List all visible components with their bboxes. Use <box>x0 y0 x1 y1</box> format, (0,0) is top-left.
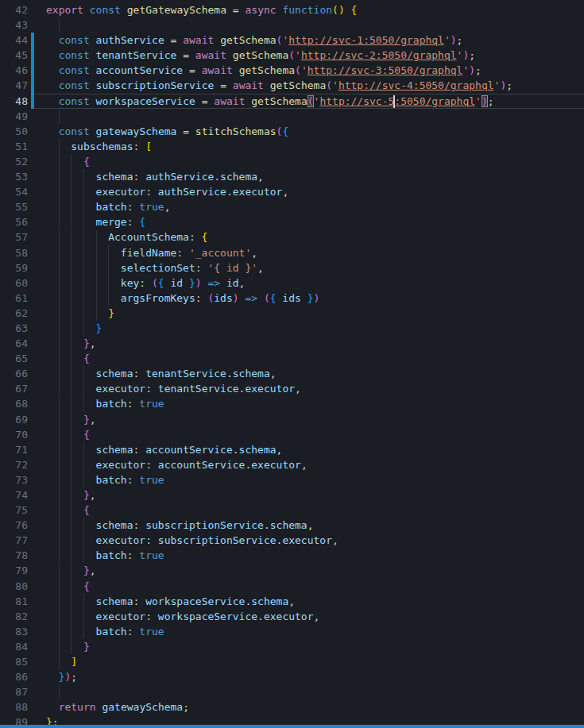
line-number[interactable]: 61 <box>0 291 28 306</box>
line-number[interactable]: 59 <box>0 260 28 275</box>
line-number[interactable]: 69 <box>0 412 28 427</box>
code-line[interactable]: 87 <box>0 684 584 699</box>
code-line[interactable]: 61argsFromKeys: (ids) => ({ ids }) <box>0 291 584 306</box>
code-line[interactable]: 48const workspaceService = await getSche… <box>0 94 584 109</box>
line-number[interactable]: 88 <box>0 699 28 715</box>
code-line[interactable]: 54executor: authService.executor, <box>0 184 584 199</box>
code-token: stitchSchemas <box>195 125 277 137</box>
line-number[interactable]: 63 <box>0 321 28 336</box>
line-number[interactable]: 51 <box>0 139 28 154</box>
line-number[interactable]: 81 <box>0 594 28 609</box>
line-number[interactable]: 55 <box>0 199 28 214</box>
code-token: AccountSchema <box>108 231 189 243</box>
line-number[interactable]: 44 <box>0 33 28 48</box>
line-number[interactable]: 57 <box>0 229 28 245</box>
code-line[interactable]: 79}, <box>0 563 584 578</box>
code-line[interactable]: 47const subscriptionService = await getS… <box>0 78 584 93</box>
code-line[interactable]: 42export const getGatewaySchema = async … <box>0 2 584 17</box>
line-number[interactable]: 65 <box>0 351 28 366</box>
code-line[interactable]: 59selectionSet: '{ id }', <box>0 260 584 275</box>
code-editor[interactable]: 42export const getGatewaySchema = async … <box>0 0 584 728</box>
line-number[interactable]: 85 <box>0 654 28 669</box>
code-line[interactable]: 58fieldName: '_account', <box>0 245 584 260</box>
code-line[interactable]: 60key: ({ id }) => id, <box>0 275 584 291</box>
code-line[interactable]: 44const authService = await getSchema('h… <box>0 33 584 48</box>
code-line[interactable]: 78batch: true <box>0 548 584 563</box>
code-line[interactable]: 55batch: true, <box>0 199 584 214</box>
line-number[interactable]: 74 <box>0 487 28 503</box>
line-number[interactable]: 49 <box>0 109 28 124</box>
code-line[interactable]: 88return gatewaySchema; <box>0 699 584 715</box>
code-line[interactable]: 66schema: tenantService.schema, <box>0 366 584 381</box>
line-number[interactable]: 42 <box>0 2 28 17</box>
line-number[interactable]: 52 <box>0 154 28 169</box>
code-line[interactable]: 67executor: tenantService.executor, <box>0 381 584 396</box>
code-line[interactable]: 71schema: accountService.schema, <box>0 442 584 457</box>
code-line[interactable]: 77executor: subscriptionService.executor… <box>0 533 584 548</box>
line-number[interactable]: 66 <box>0 366 28 381</box>
line-number[interactable]: 80 <box>0 579 28 594</box>
code-line[interactable]: 76schema: subscriptionService.schema, <box>0 518 584 533</box>
code-token: { <box>83 156 90 168</box>
line-number[interactable]: 75 <box>0 503 28 518</box>
line-number[interactable]: 79 <box>0 563 28 578</box>
code-line[interactable]: 69}, <box>0 412 584 427</box>
line-number[interactable]: 45 <box>0 48 28 63</box>
code-line[interactable]: 62} <box>0 306 584 321</box>
code-line[interactable]: 83batch: true <box>0 624 584 639</box>
indent-guide <box>71 184 83 199</box>
line-number[interactable]: 82 <box>0 609 28 624</box>
line-number[interactable]: 56 <box>0 214 28 229</box>
code-line[interactable]: 64}, <box>0 336 584 351</box>
code-line[interactable]: 46const accountService = await getSchema… <box>0 63 584 78</box>
line-number[interactable]: 64 <box>0 336 28 351</box>
code-line[interactable]: 51subschemas: [ <box>0 139 584 154</box>
line-number[interactable]: 67 <box>0 381 28 396</box>
line-number[interactable]: 87 <box>0 684 28 699</box>
line-number[interactable]: 50 <box>0 124 28 139</box>
line-number[interactable]: 76 <box>0 518 28 533</box>
line-number[interactable]: 53 <box>0 169 28 184</box>
line-number[interactable]: 71 <box>0 442 28 457</box>
line-number[interactable]: 77 <box>0 533 28 548</box>
line-number[interactable]: 84 <box>0 639 28 654</box>
line-number[interactable]: 70 <box>0 427 28 442</box>
code-line[interactable]: 63} <box>0 321 584 336</box>
line-number[interactable]: 62 <box>0 306 28 321</box>
code-line[interactable]: 70{ <box>0 427 584 442</box>
code-line[interactable]: 45const tenantService = await getSchema(… <box>0 48 584 63</box>
code-line[interactable]: 53schema: authService.schema, <box>0 169 584 184</box>
line-number[interactable]: 48 <box>0 94 28 109</box>
code-line[interactable]: 75{ <box>0 503 584 518</box>
code-line[interactable]: 68batch: true <box>0 396 584 411</box>
code-line[interactable]: 56merge: { <box>0 214 584 229</box>
code-line[interactable]: 49 <box>0 109 584 124</box>
code-line[interactable]: 86}); <box>0 669 584 684</box>
line-number[interactable]: 72 <box>0 457 28 472</box>
code-line[interactable]: 74}, <box>0 487 584 503</box>
code-line[interactable]: 65{ <box>0 351 584 366</box>
line-number[interactable]: 68 <box>0 396 28 411</box>
line-number[interactable]: 58 <box>0 245 28 260</box>
line-number[interactable]: 73 <box>0 472 28 487</box>
code-line[interactable]: 80{ <box>0 579 584 594</box>
indent-space <box>46 291 59 306</box>
line-number[interactable]: 78 <box>0 548 28 563</box>
line-number[interactable]: 54 <box>0 184 28 199</box>
code-line[interactable]: 85] <box>0 654 584 669</box>
code-line[interactable]: 84} <box>0 639 584 654</box>
code-line[interactable]: 57AccountSchema: { <box>0 229 584 245</box>
code-line[interactable]: 52{ <box>0 154 584 169</box>
code-line[interactable]: 50const gatewaySchema = stitchSchemas({ <box>0 124 584 139</box>
code-line[interactable]: 43 <box>0 17 584 33</box>
line-number[interactable]: 60 <box>0 275 28 291</box>
line-number[interactable]: 47 <box>0 78 28 93</box>
line-number[interactable]: 43 <box>0 17 28 33</box>
code-line[interactable]: 81schema: workspaceService.schema, <box>0 594 584 609</box>
line-number[interactable]: 46 <box>0 63 28 78</box>
line-number[interactable]: 86 <box>0 669 28 684</box>
code-line[interactable]: 73batch: true <box>0 472 584 487</box>
line-number[interactable]: 83 <box>0 624 28 639</box>
code-line[interactable]: 82executor: workspaceService.executor, <box>0 609 584 624</box>
code-line[interactable]: 72executor: accountService.executor, <box>0 457 584 472</box>
